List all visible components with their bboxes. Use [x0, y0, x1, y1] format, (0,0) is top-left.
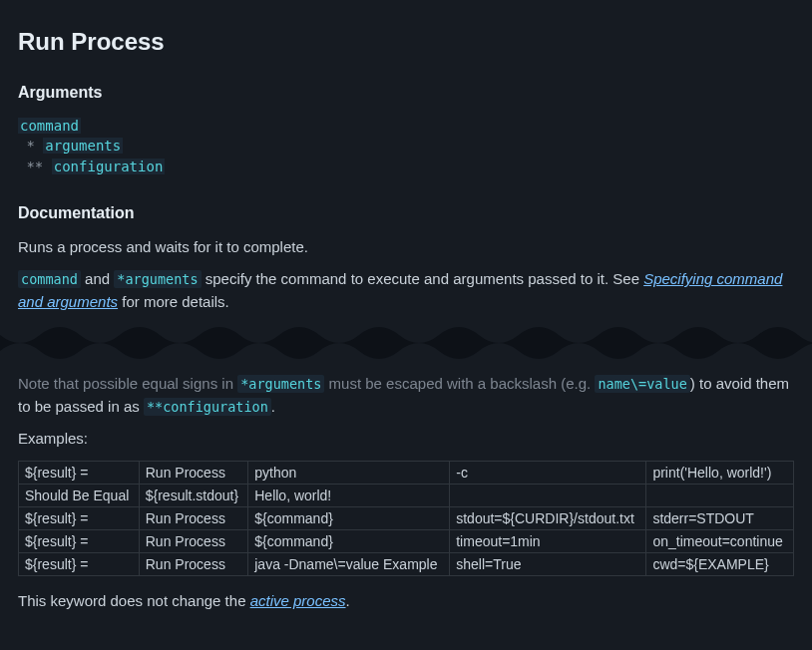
code-command: command	[18, 270, 81, 288]
table-row: ${result} =Run Processjava -Dname\=value…	[19, 552, 794, 575]
code-star-arguments: *arguments	[114, 270, 201, 288]
table-cell: Run Process	[139, 552, 248, 575]
table-cell: ${result} =	[19, 529, 140, 552]
arg-command: command	[18, 118, 81, 134]
table-cell: stdout=${CURDIR}/stdout.txt	[450, 506, 646, 529]
link-active-process[interactable]: active process	[250, 592, 346, 609]
table-cell: Should Be Equal	[19, 484, 140, 506]
arg-prefix-doublestar: **	[26, 159, 43, 174]
table-cell: Run Process	[139, 461, 248, 484]
table-cell: on_timeout=continue	[646, 529, 794, 552]
arg-arguments: arguments	[43, 138, 123, 154]
arg-configuration: configuration	[52, 159, 166, 174]
table-cell: cwd=${EXAMPLE}	[646, 552, 794, 575]
table-cell: python	[248, 461, 450, 484]
page-title: Run Process	[18, 28, 794, 56]
table-row: ${result} =Run Process${command}timeout=…	[19, 529, 794, 552]
arg-prefix-star: *	[26, 138, 34, 154]
table-row: ${result} =Run Processpython-cprint('Hel…	[19, 461, 794, 484]
examples-label: Examples:	[18, 428, 794, 451]
table-cell: java -Dname\=value Example	[248, 552, 450, 575]
table-cell: ${command}	[248, 506, 450, 529]
table-cell	[646, 484, 794, 506]
doc-escape-note: Note that possible equal signs in *argum…	[18, 373, 794, 418]
table-cell: ${command}	[248, 529, 450, 552]
code-name-value: name\=value	[595, 375, 689, 393]
table-cell: shell=True	[450, 552, 646, 575]
table-cell: -c	[450, 461, 646, 484]
table-cell: Run Process	[139, 506, 248, 529]
doc-closing: This keyword does not change the active …	[18, 590, 794, 613]
table-cell: ${result.stdout}	[139, 484, 248, 506]
table-cell: stderr=STDOUT	[646, 506, 794, 529]
examples-table: ${result} =Run Processpython-cprint('Hel…	[18, 461, 794, 576]
table-cell: ${result} =	[19, 506, 140, 529]
content-torn-separator	[0, 323, 812, 363]
doc-intro: Runs a process and waits for it to compl…	[18, 236, 794, 259]
table-row: ${result} =Run Process${command}stdout=$…	[19, 506, 794, 529]
table-cell: print('Hello, world!')	[646, 461, 794, 484]
table-cell: ${result} =	[19, 461, 140, 484]
table-cell: timeout=1min	[450, 529, 646, 552]
table-cell: Hello, world!	[248, 484, 450, 506]
code-doublestar-configuration: **configuration	[144, 398, 271, 416]
table-cell	[450, 484, 646, 506]
table-row: Should Be Equal${result.stdout}Hello, wo…	[19, 484, 794, 506]
code-star-arguments-2: *arguments	[237, 375, 324, 393]
arguments-block: command * arguments ** configuration	[18, 116, 794, 176]
documentation-heading: Documentation	[18, 204, 794, 222]
table-cell: Run Process	[139, 529, 248, 552]
arguments-heading: Arguments	[18, 84, 794, 102]
doc-specify: command and *arguments specify the comma…	[18, 268, 794, 313]
table-cell: ${result} =	[19, 552, 140, 575]
